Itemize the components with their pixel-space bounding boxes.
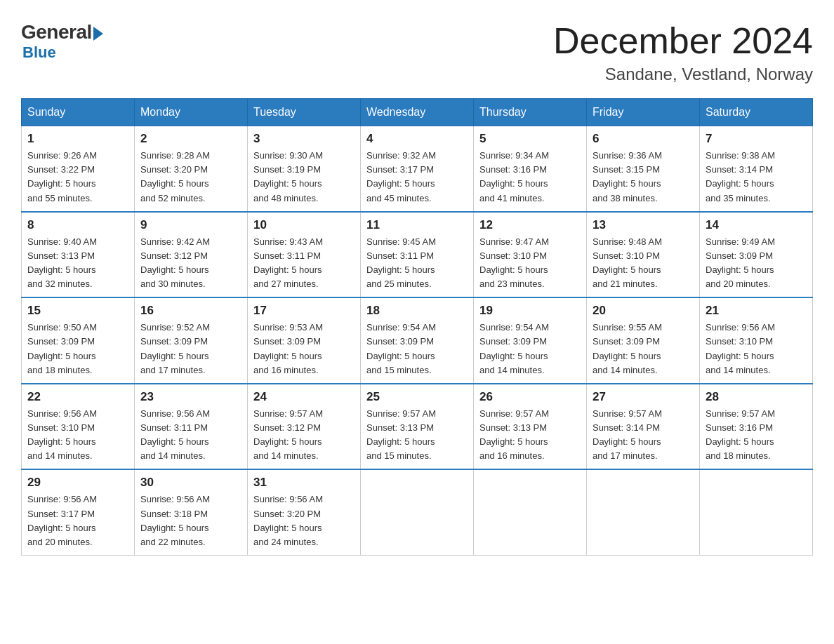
calendar-cell: 30Sunrise: 9:56 AMSunset: 3:18 PMDayligh…: [135, 469, 248, 555]
calendar-cell: 7Sunrise: 9:38 AMSunset: 3:14 PMDaylight…: [700, 126, 813, 212]
calendar-cell: 29Sunrise: 9:56 AMSunset: 3:17 PMDayligh…: [22, 469, 135, 555]
month-title: December 2024: [553, 21, 813, 61]
day-number: 9: [140, 218, 241, 232]
day-number: 4: [366, 132, 468, 146]
header-cell-tuesday: Tuesday: [248, 99, 361, 126]
day-info: Sunrise: 9:54 AMSunset: 3:09 PMDaylight:…: [479, 321, 581, 377]
day-info: Sunrise: 9:47 AMSunset: 3:10 PMDaylight:…: [479, 235, 581, 292]
calendar-cell: 15Sunrise: 9:50 AMSunset: 3:09 PMDayligh…: [22, 297, 135, 384]
calendar-cell: [587, 469, 700, 555]
day-number: 17: [253, 304, 355, 318]
calendar-cell: 31Sunrise: 9:56 AMSunset: 3:20 PMDayligh…: [248, 469, 361, 555]
calendar-cell: 22Sunrise: 9:56 AMSunset: 3:10 PMDayligh…: [22, 384, 135, 470]
calendar-cell: 24Sunrise: 9:57 AMSunset: 3:12 PMDayligh…: [248, 384, 361, 470]
calendar-cell: 20Sunrise: 9:55 AMSunset: 3:09 PMDayligh…: [587, 297, 700, 384]
calendar-cell: 10Sunrise: 9:43 AMSunset: 3:11 PMDayligh…: [248, 212, 361, 298]
day-number: 11: [366, 218, 468, 232]
calendar-cell: [700, 469, 813, 555]
day-info: Sunrise: 9:52 AMSunset: 3:09 PMDaylight:…: [140, 321, 241, 377]
day-number: 19: [479, 304, 581, 318]
day-info: Sunrise: 9:56 AMSunset: 3:20 PMDaylight:…: [253, 492, 355, 549]
calendar-cell: 25Sunrise: 9:57 AMSunset: 3:13 PMDayligh…: [361, 384, 474, 470]
day-number: 2: [140, 132, 241, 146]
day-number: 26: [479, 390, 581, 404]
header-row: SundayMondayTuesdayWednesdayThursdayFrid…: [22, 99, 813, 126]
day-number: 13: [593, 218, 694, 232]
calendar-cell: 26Sunrise: 9:57 AMSunset: 3:13 PMDayligh…: [474, 384, 587, 470]
day-info: Sunrise: 9:56 AMSunset: 3:17 PMDaylight:…: [27, 492, 128, 549]
logo-arrow-icon: [93, 27, 103, 41]
calendar-cell: 13Sunrise: 9:48 AMSunset: 3:10 PMDayligh…: [587, 212, 700, 298]
page-header: General Blue December 2024 Sandane, Vest…: [21, 21, 813, 84]
week-row-2: 8Sunrise: 9:40 AMSunset: 3:13 PMDaylight…: [22, 212, 813, 298]
day-number: 21: [706, 304, 807, 318]
day-number: 22: [27, 390, 128, 404]
day-number: 1: [27, 132, 128, 146]
day-info: Sunrise: 9:56 AMSunset: 3:11 PMDaylight:…: [140, 407, 241, 464]
day-info: Sunrise: 9:28 AMSunset: 3:20 PMDaylight:…: [140, 149, 241, 206]
day-info: Sunrise: 9:45 AMSunset: 3:11 PMDaylight:…: [366, 235, 468, 292]
day-info: Sunrise: 9:50 AMSunset: 3:09 PMDaylight:…: [27, 321, 128, 377]
day-number: 31: [253, 476, 355, 490]
day-info: Sunrise: 9:55 AMSunset: 3:09 PMDaylight:…: [593, 321, 694, 377]
calendar-cell: 6Sunrise: 9:36 AMSunset: 3:15 PMDaylight…: [587, 126, 700, 212]
day-info: Sunrise: 9:34 AMSunset: 3:16 PMDaylight:…: [479, 149, 581, 206]
calendar-cell: 3Sunrise: 9:30 AMSunset: 3:19 PMDaylight…: [248, 126, 361, 212]
day-info: Sunrise: 9:40 AMSunset: 3:13 PMDaylight:…: [27, 235, 128, 292]
header-cell-sunday: Sunday: [22, 99, 135, 126]
day-number: 24: [253, 390, 355, 404]
day-number: 18: [366, 304, 468, 318]
day-info: Sunrise: 9:56 AMSunset: 3:10 PMDaylight:…: [706, 321, 807, 377]
day-info: Sunrise: 9:56 AMSunset: 3:18 PMDaylight:…: [140, 492, 241, 549]
calendar-cell: 23Sunrise: 9:56 AMSunset: 3:11 PMDayligh…: [135, 384, 248, 470]
week-row-3: 15Sunrise: 9:50 AMSunset: 3:09 PMDayligh…: [22, 297, 813, 384]
title-section: December 2024 Sandane, Vestland, Norway: [553, 21, 813, 84]
day-info: Sunrise: 9:57 AMSunset: 3:13 PMDaylight:…: [366, 407, 468, 464]
calendar-cell: 18Sunrise: 9:54 AMSunset: 3:09 PMDayligh…: [361, 297, 474, 384]
day-info: Sunrise: 9:53 AMSunset: 3:09 PMDaylight:…: [253, 321, 355, 377]
day-info: Sunrise: 9:54 AMSunset: 3:09 PMDaylight:…: [366, 321, 468, 377]
day-number: 12: [479, 218, 581, 232]
day-info: Sunrise: 9:38 AMSunset: 3:14 PMDaylight:…: [706, 149, 807, 206]
day-number: 7: [706, 132, 807, 146]
day-info: Sunrise: 9:30 AMSunset: 3:19 PMDaylight:…: [253, 149, 355, 206]
day-info: Sunrise: 9:57 AMSunset: 3:13 PMDaylight:…: [479, 407, 581, 464]
day-number: 10: [253, 218, 355, 232]
calendar-cell: 16Sunrise: 9:52 AMSunset: 3:09 PMDayligh…: [135, 297, 248, 384]
calendar-cell: 27Sunrise: 9:57 AMSunset: 3:14 PMDayligh…: [587, 384, 700, 470]
day-number: 20: [593, 304, 694, 318]
day-info: Sunrise: 9:57 AMSunset: 3:12 PMDaylight:…: [253, 407, 355, 464]
calendar-cell: 11Sunrise: 9:45 AMSunset: 3:11 PMDayligh…: [361, 212, 474, 298]
day-info: Sunrise: 9:26 AMSunset: 3:22 PMDaylight:…: [27, 149, 128, 206]
calendar-table: SundayMondayTuesdayWednesdayThursdayFrid…: [21, 98, 813, 556]
calendar-cell: 5Sunrise: 9:34 AMSunset: 3:16 PMDaylight…: [474, 126, 587, 212]
day-info: Sunrise: 9:48 AMSunset: 3:10 PMDaylight:…: [593, 235, 694, 292]
header-cell-wednesday: Wednesday: [361, 99, 474, 126]
day-info: Sunrise: 9:42 AMSunset: 3:12 PMDaylight:…: [140, 235, 241, 292]
day-number: 28: [706, 390, 807, 404]
day-info: Sunrise: 9:56 AMSunset: 3:10 PMDaylight:…: [27, 407, 128, 464]
day-number: 16: [140, 304, 241, 318]
calendar-body: 1Sunrise: 9:26 AMSunset: 3:22 PMDaylight…: [22, 126, 813, 556]
day-number: 8: [27, 218, 128, 232]
day-number: 25: [366, 390, 468, 404]
week-row-1: 1Sunrise: 9:26 AMSunset: 3:22 PMDaylight…: [22, 126, 813, 212]
day-number: 27: [593, 390, 694, 404]
calendar-cell: [361, 469, 474, 555]
header-cell-saturday: Saturday: [700, 99, 813, 126]
day-number: 29: [27, 476, 128, 490]
logo-blue-row: Blue: [21, 43, 56, 62]
day-info: Sunrise: 9:49 AMSunset: 3:09 PMDaylight:…: [706, 235, 807, 292]
day-number: 6: [593, 132, 694, 146]
day-number: 15: [27, 304, 128, 318]
calendar-cell: 19Sunrise: 9:54 AMSunset: 3:09 PMDayligh…: [474, 297, 587, 384]
calendar-cell: 8Sunrise: 9:40 AMSunset: 3:13 PMDaylight…: [22, 212, 135, 298]
calendar-cell: 17Sunrise: 9:53 AMSunset: 3:09 PMDayligh…: [248, 297, 361, 384]
calendar-cell: [474, 469, 587, 555]
logo-general-text: General: [21, 21, 92, 43]
logo-blue-text: Blue: [22, 43, 56, 61]
calendar-header: SundayMondayTuesdayWednesdayThursdayFrid…: [22, 99, 813, 126]
day-info: Sunrise: 9:57 AMSunset: 3:16 PMDaylight:…: [706, 407, 807, 464]
day-number: 14: [706, 218, 807, 232]
calendar-cell: 4Sunrise: 9:32 AMSunset: 3:17 PMDaylight…: [361, 126, 474, 212]
